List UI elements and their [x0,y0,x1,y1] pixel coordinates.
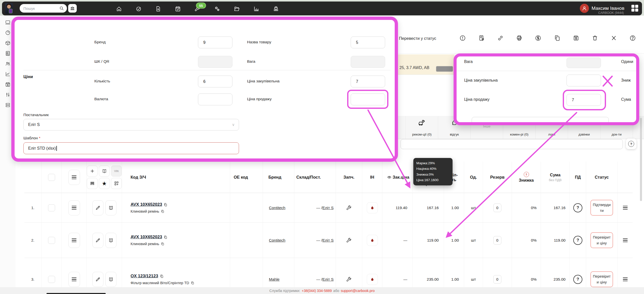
row-menu-button[interactable] [62,223,87,258]
support-email-link[interactable]: support@carbook.pro [341,289,375,293]
delete-icon[interactable] [590,33,600,43]
oil-drop-icon[interactable] [367,235,378,246]
add-row-button[interactable] [87,166,98,177]
status-button[interactable]: Перевірити ціну [590,271,613,287]
product-name-input[interactable]: 5 [351,37,385,48]
copy-icon[interactable] [161,242,164,246]
row-checkbox[interactable] [42,223,62,258]
workspace-avatar[interactable] [5,3,13,14]
edit-button[interactable] [92,200,103,215]
sidebar-storage-icon[interactable] [5,102,11,108]
status-button[interactable]: Підтвердити [590,200,613,216]
sidebar-schedule-icon[interactable] [5,82,11,87]
supplier-link[interactable]: Еліт S [322,277,334,282]
comment-input[interactable] [400,139,623,149]
brand-link[interactable]: Mahle [263,277,279,282]
sidebar-dashboard-icon[interactable] [5,30,11,36]
catalog-button[interactable] [105,200,116,215]
help-floating-button[interactable]: ? [626,139,636,149]
reserve-cell[interactable]: 0 [483,193,512,223]
copy-icon[interactable] [164,235,167,239]
copy-icon[interactable] [164,203,167,207]
discount-cell[interactable]: 0% [512,223,541,258]
purchase-price-input[interactable] [567,75,601,86]
col-brand[interactable]: Бренд [263,162,294,193]
part-code-link[interactable]: AVX 10X652023 [131,235,162,240]
col-reserve[interactable]: Резерв [483,162,512,193]
qty-cell[interactable]: 1.00 [444,193,464,223]
vat-cell[interactable]: ? [570,193,586,223]
close-icon[interactable] [609,33,619,43]
quantity-input[interactable]: 6 [198,76,232,87]
qr-add-button[interactable] [111,178,122,189]
col-in[interactable]: ІН [362,162,382,193]
link-icon[interactable] [496,33,505,43]
discount-warning-icon[interactable]: ? [524,172,529,177]
part-type-icon[interactable] [336,193,362,223]
row-context-menu[interactable] [618,193,633,223]
col-vat[interactable]: ПД [570,162,586,193]
brand-link[interactable]: Contitech [263,238,285,243]
select-all-checkbox[interactable] [42,162,62,193]
new-document-nav-button[interactable] [154,4,163,13]
copy-icon[interactable] [161,210,164,213]
bank-button[interactable] [68,4,77,13]
part-code-link[interactable]: AVX 10X652023 [131,202,162,207]
template-input[interactable]: Еліт STD (xlsx) [23,142,239,154]
row-menu-button[interactable] [62,193,87,223]
sidebar-clients-doc-icon[interactable] [5,51,11,56]
col-sum[interactable]: Сумабез ПДВ [541,162,570,193]
tasks-nav-button[interactable] [134,4,143,13]
brand-input[interactable]: 9 [198,37,232,48]
barcode-button[interactable] [87,178,98,189]
col-stock[interactable]: Склад/Пост. [294,162,336,193]
save-icon[interactable] [571,33,581,43]
supplier-link[interactable]: Еліт S [322,238,334,243]
oil-drop-icon[interactable] [367,274,378,285]
cash-register-nav-button[interactable] [271,4,280,13]
oil-drop-icon[interactable] [367,202,378,213]
transfer-status-dropdown[interactable]: Перевести у статус [399,36,436,41]
search-icon[interactable] [59,6,64,11]
sidebar-warehouse-icon[interactable] [5,40,11,46]
vin-search-button[interactable]: VIN [111,166,122,177]
part-code-link[interactable]: OX 123/12123 [131,274,158,279]
print-icon[interactable] [514,33,524,43]
col-status[interactable]: Статус [586,162,618,193]
copy-document-icon[interactable] [552,33,562,43]
vat-cell[interactable]: ? [570,223,586,258]
status-button[interactable]: Перевірити ціну [590,232,613,248]
row-checkbox[interactable] [42,193,62,223]
col-oe[interactable]: ОЕ код [230,162,263,193]
reports-nav-button[interactable] [252,4,261,13]
brand-link[interactable]: Contitech [263,206,285,210]
tab-recommendations[interactable]: реком-ції (0) [406,116,438,139]
part-type-icon[interactable] [336,223,362,258]
favorites-button[interactable]: ★ [99,178,110,189]
settings-nav-button[interactable] [213,4,222,13]
col-part[interactable]: Запч. [336,162,362,193]
edit-button[interactable] [92,272,103,287]
qty-cell[interactable]: 1.00 [444,223,464,258]
alert-icon[interactable] [458,33,467,43]
supplier-select[interactable]: Еліт S∨ [23,119,239,130]
copy-icon[interactable] [191,281,194,285]
purchase-price-input[interactable]: 7 [351,76,385,87]
currency-input[interactable] [198,93,232,105]
price-cell[interactable]: 167.16 [413,193,444,223]
support-phone-link[interactable]: +38(044) 334-5889 [302,289,332,293]
col-unit[interactable]: Од. [464,162,483,193]
calendar-nav-button[interactable] [173,4,182,13]
catalog-button[interactable] [105,272,116,287]
files-nav-button[interactable] [232,4,241,13]
col-discount[interactable]: ?Знижка [512,162,541,193]
price-icon[interactable] [533,33,543,43]
discount-cell[interactable]: 0% [512,193,541,223]
repairs-nav-button[interactable]: 55 [193,4,202,13]
header-menu-button[interactable] [62,162,87,193]
apps-grid-icon[interactable] [631,5,638,12]
row-context-menu[interactable] [618,223,633,258]
document-check-icon[interactable] [477,33,486,43]
reserve-cell[interactable]: 0 [483,223,512,258]
help-icon[interactable] [628,33,637,43]
